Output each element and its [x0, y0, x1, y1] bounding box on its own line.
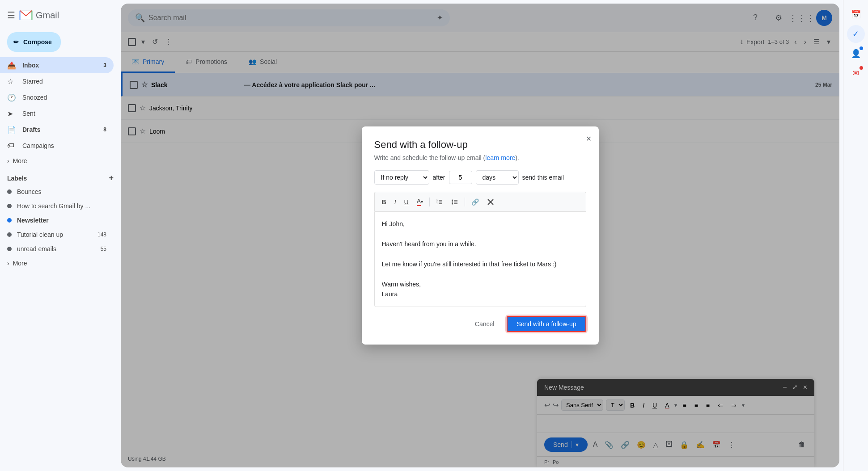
label-item-bounces[interactable]: Bounces — [0, 185, 114, 199]
email-body-line6 — [382, 269, 579, 279]
label-tutorial-text: Tutorial clean up — [17, 231, 63, 238]
right-sidebar: 📅 ✓ 👤 ✉ — [843, 0, 868, 471]
sidebar-item-inbox[interactable]: 📥 Inbox 3 — [0, 57, 114, 73]
modal-subtitle: Write and schedule the follow-up email (… — [374, 154, 586, 161]
modal-overlay: × Send with a follow-up Write and schedu… — [121, 4, 839, 467]
ordered-list-icon: 1. 2. 3. — [436, 198, 443, 206]
sidebar-header[interactable]: ☰ Gmail — [0, 4, 121, 27]
sidebar-item-sent[interactable]: ➤ Sent — [0, 105, 114, 122]
gmail-logo-icon — [19, 8, 33, 22]
modal-footer: Cancel Send with a follow-up — [374, 316, 586, 332]
followup-modal: × Send with a follow-up Write and schedu… — [362, 126, 599, 344]
email-body-line7: Warm wishes, — [382, 279, 579, 289]
email-body-line1: Hi John, — [382, 219, 579, 229]
mailmeteor-badge-dot — [860, 66, 863, 70]
sidebar-item-campaigns[interactable]: 🏷 Campaigns — [0, 138, 114, 154]
send-followup-button[interactable]: Send with a follow-up — [507, 316, 586, 332]
label-dot-bounces — [7, 189, 12, 194]
editor-link-button[interactable]: 🔗 — [468, 197, 483, 207]
starred-icon: ☆ — [7, 77, 16, 86]
remove-format-icon — [487, 198, 494, 206]
labels-more-label: More — [13, 260, 27, 267]
followup-condition-row: If no reply Always If no open after days… — [374, 170, 586, 185]
tutorial-badge: 148 — [97, 231, 106, 238]
days-select[interactable]: days hours — [476, 170, 519, 185]
editor-text-color-button[interactable]: A ▾ — [413, 196, 427, 208]
editor-remove-format-button[interactable] — [483, 197, 498, 207]
right-sidebar-mailmeteor-icon[interactable]: ✉ — [847, 64, 865, 82]
right-sidebar-contacts-icon[interactable]: 👤 — [847, 45, 865, 63]
calendar-icon: 📅 — [851, 9, 861, 19]
label-bounces-text: Bounces — [17, 188, 41, 195]
sidebar-item-more[interactable]: › More — [0, 154, 121, 168]
email-body-editor[interactable]: Hi John, Haven't heard from you in a whi… — [374, 211, 586, 307]
email-body-line4 — [382, 249, 579, 259]
learn-more-link[interactable]: learn more — [485, 154, 515, 161]
unordered-list-icon — [451, 198, 458, 206]
inbox-icon: 📥 — [7, 61, 16, 70]
editor-ordered-list-button[interactable]: 1. 2. 3. — [432, 197, 447, 207]
drafts-icon: 📄 — [7, 126, 16, 134]
label-dot-search — [7, 204, 12, 208]
email-body-line8: Laura — [382, 289, 579, 299]
gmail-text: Gmail — [36, 10, 59, 21]
editor-underline-button[interactable]: U — [401, 197, 412, 207]
label-dot-unread — [7, 247, 12, 251]
contacts-icon: 👤 — [851, 49, 861, 59]
condition-select[interactable]: If no reply Always If no open — [374, 170, 429, 185]
editor-unordered-list-button[interactable] — [448, 197, 462, 207]
email-body-line5: Let me know if you're still interested i… — [382, 259, 579, 269]
inbox-badge: 3 — [103, 62, 106, 68]
days-input[interactable] — [449, 171, 472, 184]
label-dot-newsletter — [7, 218, 12, 223]
sidebar-item-drafts[interactable]: 📄 Drafts 8 — [0, 122, 114, 138]
toolbar-separator-2 — [465, 198, 465, 206]
svg-point-11 — [452, 203, 453, 204]
sidebar-item-starred[interactable]: ☆ Starred — [0, 73, 114, 89]
text-color-dropdown-icon[interactable]: ▾ — [421, 199, 423, 204]
svg-point-10 — [452, 201, 453, 202]
campaigns-icon: 🏷 — [7, 142, 16, 150]
sidebar-item-snoozed[interactable]: 🕐 Snoozed — [0, 89, 114, 105]
label-item-unread[interactable]: unread emails 55 — [0, 242, 114, 256]
modal-close-button[interactable]: × — [586, 134, 592, 144]
mailmeteor-icon: ✉ — [852, 68, 859, 78]
modal-subtitle-end: ). — [515, 154, 519, 161]
after-label: after — [433, 174, 445, 181]
right-sidebar-tasks-icon[interactable]: ✓ — [847, 25, 865, 43]
compose-button[interactable]: ✏ Compose — [7, 32, 61, 52]
toolbar-separator-1 — [429, 198, 430, 206]
contacts-badge-dot — [860, 46, 863, 50]
drafts-label: Drafts — [22, 126, 40, 133]
gmail-logo: Gmail — [19, 8, 59, 22]
label-search-text: How to search Gmail by ... — [17, 202, 90, 210]
label-unread-text: unread emails — [17, 245, 56, 252]
label-newsletter-text: Newsletter — [17, 217, 49, 224]
sent-label: Sent — [22, 110, 35, 117]
email-body-line2 — [382, 229, 579, 239]
compose-label: Compose — [23, 38, 52, 46]
label-item-newsletter[interactable]: Newsletter — [0, 213, 114, 227]
modal-title: Send with a follow-up — [374, 139, 586, 151]
label-item-tutorial[interactable]: Tutorial clean up 148 — [0, 227, 114, 242]
editor-bold-button[interactable]: B — [378, 197, 390, 207]
starred-label: Starred — [22, 78, 43, 85]
label-dot-tutorial — [7, 232, 12, 237]
labels-title: Labels — [7, 175, 27, 182]
hamburger-icon[interactable]: ☰ — [7, 10, 15, 21]
right-sidebar-calendar-icon[interactable]: 📅 — [847, 5, 865, 23]
more-chevron-icon: › — [7, 157, 9, 164]
sidebar-labels-more[interactable]: › More — [0, 256, 121, 270]
sent-icon: ➤ — [7, 109, 16, 118]
editor-italic-button[interactable]: I — [391, 197, 400, 207]
compose-icon: ✏ — [13, 38, 19, 46]
tasks-icon: ✓ — [852, 29, 859, 39]
editor-toolbar: B I U A ▾ 1. 2. — [374, 192, 586, 211]
email-body-line3: Haven't heard from you in a while. — [382, 239, 579, 249]
labels-header: Labels + — [0, 168, 121, 185]
inbox-label: Inbox — [22, 62, 39, 69]
cancel-button[interactable]: Cancel — [468, 317, 502, 331]
label-item-how-to-search[interactable]: How to search Gmail by ... — [0, 199, 114, 213]
add-label-icon[interactable]: + — [109, 173, 114, 183]
sidebar: ☰ Gmail ✏ Compose 📥 Inbox 3 ☆ Starred — [0, 0, 121, 471]
